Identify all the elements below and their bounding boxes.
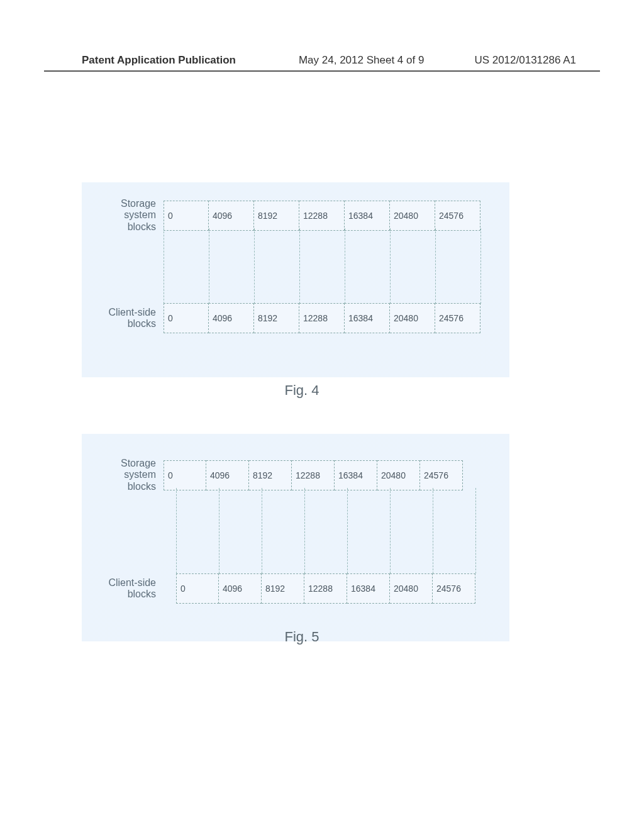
block-cell: 12288 <box>304 573 347 604</box>
fig5-storage-blocks: 0 4096 8192 12288 16384 20480 24576 <box>164 460 463 490</box>
block-cell: 20480 <box>390 303 435 333</box>
block-cell: 24576 <box>435 303 480 333</box>
block-cell: 20480 <box>390 573 433 604</box>
mapping-tick <box>219 488 219 573</box>
fig4-caption: Fig. 4 <box>88 382 516 399</box>
mapping-tick <box>164 228 164 304</box>
block-cell: 4096 <box>219 573 262 604</box>
block-cell: 0 <box>164 460 206 490</box>
fig4-client-blocks: 0 4096 8192 12288 16384 20480 24576 <box>164 303 480 333</box>
mapping-tick <box>304 488 305 573</box>
mapping-tick <box>299 228 300 304</box>
block-cell: 16384 <box>345 201 390 231</box>
mapping-tick <box>475 488 476 573</box>
fig4-client-row: Client-sideblocks 0 4096 8192 12288 1638… <box>88 303 480 333</box>
block-cell: 12288 <box>299 201 345 231</box>
mapping-tick <box>345 228 345 304</box>
fig5-storage-row: Storagesystemblocks 0 4096 8192 12288 16… <box>88 458 463 492</box>
fig4-mapping-lines <box>164 228 526 304</box>
mapping-tick <box>262 488 262 573</box>
block-cell: 0 <box>164 201 209 231</box>
block-cell: 12288 <box>292 460 335 490</box>
block-cell: 24576 <box>435 201 480 231</box>
mapping-tick <box>347 488 348 573</box>
mapping-tick <box>480 228 481 304</box>
fig5-caption: Fig. 5 <box>88 629 516 645</box>
fig4-storage-blocks: 0 4096 8192 12288 16384 20480 24576 <box>164 201 480 231</box>
page: Patent Application Publication May 24, 2… <box>0 0 644 830</box>
header-right: US 2012/0131286 A1 <box>474 54 576 67</box>
mapping-tick <box>176 488 177 573</box>
block-cell: 20480 <box>390 201 435 231</box>
block-cell: 0 <box>164 303 209 333</box>
mapping-tick <box>435 228 436 304</box>
fig5-client-row: Client-sideblocks 0 4096 8192 12288 1638… <box>88 573 475 604</box>
fig4-storage-row: Storagesystemblocks 0 4096 8192 12288 16… <box>88 198 480 233</box>
block-cell: 4096 <box>209 303 254 333</box>
block-cell: 8192 <box>254 201 299 231</box>
header-rule <box>44 70 600 72</box>
mapping-tick <box>433 488 433 573</box>
fig5-client-blocks: 0 4096 8192 12288 16384 20480 24576 <box>176 573 475 604</box>
mapping-tick <box>390 228 391 304</box>
mapping-tick <box>209 228 209 304</box>
block-cell: 4096 <box>209 201 254 231</box>
mapping-tick <box>390 488 391 573</box>
header-left: Patent Application Publication <box>82 54 236 67</box>
block-cell: 8192 <box>254 303 299 333</box>
block-cell: 16384 <box>345 303 390 333</box>
fig5-storage-label: Storagesystemblocks <box>88 458 164 492</box>
block-cell: 24576 <box>420 460 463 490</box>
fig4-storage-label: Storagesystemblocks <box>88 198 164 233</box>
header-mid: May 24, 2012 Sheet 4 of 9 <box>299 54 424 67</box>
fig5-client-label: Client-sideblocks <box>88 577 164 600</box>
block-cell: 0 <box>176 573 219 604</box>
block-cell: 16384 <box>335 460 377 490</box>
block-cell: 20480 <box>377 460 420 490</box>
block-cell: 12288 <box>299 303 345 333</box>
block-cell: 8192 <box>249 460 292 490</box>
page-header: Patent Application Publication May 24, 2… <box>0 54 644 67</box>
block-cell: 16384 <box>347 573 390 604</box>
block-cell: 24576 <box>433 573 475 604</box>
block-cell: 4096 <box>206 460 249 490</box>
block-cell: 8192 <box>262 573 304 604</box>
fig4-client-label: Client-sideblocks <box>88 307 164 330</box>
mapping-tick <box>254 228 255 304</box>
fig5-mapping-lines <box>164 488 518 573</box>
